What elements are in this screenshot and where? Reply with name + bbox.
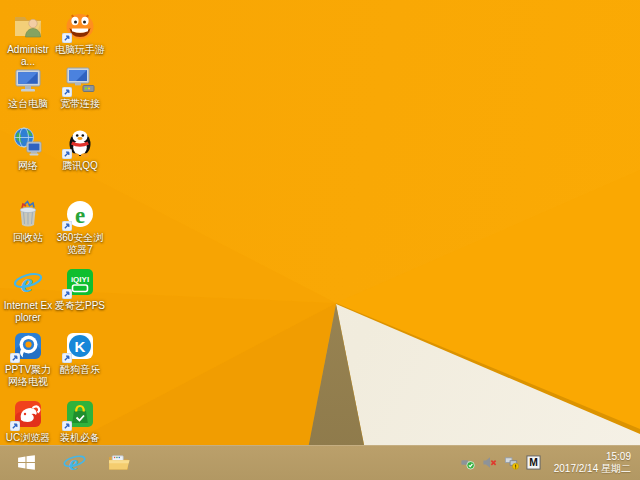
icon-label: 网络: [2, 160, 54, 172]
bag-icon: [64, 398, 96, 430]
shortcut-arrow-icon: [62, 87, 72, 97]
desktop-icon-qq[interactable]: 腾讯QQ: [54, 126, 106, 172]
desktop-icon-user-folder[interactable]: Administra...: [2, 10, 54, 67]
clock-date: 2017/2/14 星期二: [554, 463, 631, 475]
desktop-icon-bag[interactable]: 装机必备: [54, 398, 106, 444]
desktop-icon-iqiyi[interactable]: iQIYI爱奇艺PPS: [54, 266, 106, 312]
usb-safely-remove-icon[interactable]: [460, 455, 475, 470]
broadband-icon: [64, 64, 96, 96]
shortcut-arrow-icon: [62, 421, 72, 431]
taskbar-clock[interactable]: 15:09 2017/2/14 星期二: [554, 451, 631, 475]
ie-icon: e: [62, 450, 87, 475]
clock-time: 15:09: [554, 451, 631, 463]
shortcut-arrow-icon: [10, 421, 20, 431]
shortcut-arrow-icon: [62, 353, 72, 363]
icon-label: UC浏览器: [2, 432, 54, 444]
volume-muted-icon[interactable]: [482, 455, 497, 470]
desktop: Administra...电脑玩手游这台电脑宽带连接网络腾讯QQ回收站e360安…: [0, 0, 640, 480]
icon-label: 这台电脑: [2, 98, 54, 110]
desktop-icon-game-monster[interactable]: 电脑玩手游: [54, 10, 106, 56]
desktop-icon-pptv[interactable]: PPTV聚力 网络电视: [2, 330, 54, 387]
iqiyi-icon: iQIYI: [64, 266, 96, 298]
icon-label: 电脑玩手游: [54, 44, 106, 56]
svg-text:iQIYI: iQIYI: [71, 275, 89, 284]
icon-label: PPTV聚力 网络电视: [2, 364, 54, 387]
svg-text:e: e: [75, 203, 85, 228]
desktop-icon-browser-360[interactable]: e360安全浏览器7: [54, 198, 106, 255]
svg-text:e: e: [69, 451, 78, 475]
shortcut-arrow-icon: [62, 33, 72, 43]
icon-label: 爱奇艺PPS: [54, 300, 106, 312]
ime-m-icon[interactable]: M: [526, 455, 541, 470]
uc-icon: [12, 398, 44, 430]
taskbar-buttons: e: [0, 445, 140, 480]
user-folder-icon: [12, 10, 44, 42]
desktop-icon-uc[interactable]: UC浏览器: [2, 398, 54, 444]
icon-label: 腾讯QQ: [54, 160, 106, 172]
desktop-icon-this-pc[interactable]: 这台电脑: [2, 64, 54, 110]
icon-label: Internet Explorer: [2, 300, 54, 323]
kugou-icon: K: [64, 330, 96, 362]
pptv-icon: [12, 330, 44, 362]
folder-icon: [106, 450, 131, 475]
taskbar: e M 15:09 2017/2/14 星期二: [0, 445, 640, 480]
start-button[interactable]: [0, 445, 52, 480]
tray-icons: M: [460, 455, 541, 470]
shortcut-arrow-icon: [10, 353, 20, 363]
recycle-bin-icon: [12, 198, 44, 230]
icon-label: 回收站: [2, 232, 54, 244]
ie-icon: e: [12, 266, 44, 298]
desktop-icon-ie[interactable]: eInternet Explorer: [2, 266, 54, 323]
shortcut-arrow-icon: [62, 289, 72, 299]
svg-text:M: M: [529, 457, 538, 468]
taskbar-ie-button[interactable]: e: [52, 445, 96, 480]
desktop-icon-broadband[interactable]: 宽带连接: [54, 64, 106, 110]
desktop-icon-network[interactable]: 网络: [2, 126, 54, 172]
network-icon: [12, 126, 44, 158]
this-pc-icon: [12, 64, 44, 96]
qq-icon: [64, 126, 96, 158]
taskbar-explorer-button[interactable]: [96, 445, 140, 480]
windows-flag-icon: [16, 452, 37, 473]
icon-label: 360安全浏览器7: [54, 232, 106, 255]
system-tray: M 15:09 2017/2/14 星期二: [460, 445, 640, 480]
icon-label: 酷狗音乐: [54, 364, 106, 376]
svg-text:e: e: [21, 268, 33, 298]
shortcut-arrow-icon: [62, 149, 72, 159]
browser-360-icon: e: [64, 198, 96, 230]
desktop-icon-recycle-bin[interactable]: 回收站: [2, 198, 54, 244]
icon-label: 宽带连接: [54, 98, 106, 110]
game-monster-icon: [64, 10, 96, 42]
shortcut-arrow-icon: [62, 221, 72, 231]
icon-label: 装机必备: [54, 432, 106, 444]
desktop-icon-kugou[interactable]: K酷狗音乐: [54, 330, 106, 376]
svg-text:K: K: [75, 338, 86, 355]
network-warning-icon[interactable]: [504, 455, 519, 470]
